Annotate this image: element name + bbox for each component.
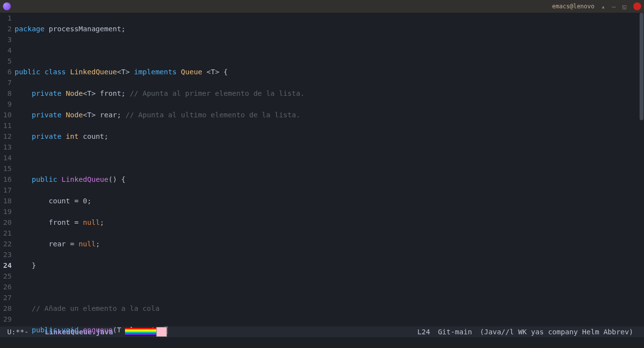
keyword: public	[32, 175, 57, 183]
overflow-icon[interactable]: ▴	[602, 3, 605, 10]
code-text: }	[15, 261, 36, 269]
editor[interactable]: 1234567891011121314151617181920212223242…	[0, 13, 644, 326]
keyword: class	[44, 68, 66, 76]
line-number: 19	[0, 206, 12, 217]
type: Node	[66, 111, 83, 119]
close-button[interactable]	[633, 2, 641, 10]
line-number: 29	[0, 314, 12, 325]
code-text: <T>	[117, 68, 130, 76]
type: int	[66, 132, 79, 140]
line-number: 25	[0, 271, 12, 282]
function-name: LinkedQueue	[62, 175, 108, 183]
keyword: implements	[134, 68, 176, 76]
interface-name: Queue	[181, 68, 203, 76]
line-number: 3	[0, 34, 12, 45]
class-name: LinkedQueue	[70, 68, 117, 76]
keyword: package	[15, 25, 44, 33]
nyan-cat-indicator	[125, 328, 164, 336]
line-number: 18	[0, 196, 12, 206]
line-number: 16	[0, 174, 12, 185]
code-text: ;	[96, 240, 100, 248]
constant: null	[83, 218, 100, 226]
scrollbar[interactable]	[638, 13, 644, 326]
line-number: 24	[0, 260, 12, 271]
code-text: ;	[100, 218, 104, 226]
maximize-button[interactable]: ◱	[623, 3, 626, 10]
titlebar: emacs@lenovo ▴ — ◱	[0, 0, 644, 13]
scroll-thumb[interactable]	[640, 13, 644, 120]
indent	[15, 89, 32, 97]
line-number: 8	[0, 88, 12, 99]
line-number: 5	[0, 56, 12, 66]
indent	[15, 175, 32, 183]
line-number: 1	[0, 13, 12, 23]
indent	[15, 326, 32, 334]
line-number: 21	[0, 228, 12, 239]
code-text: count;	[79, 132, 108, 140]
type: Node	[66, 89, 83, 97]
code-text: processManagement;	[44, 25, 125, 33]
keyword: private	[32, 132, 62, 140]
code-text: <T> {	[202, 68, 228, 76]
line-number-gutter: 1234567891011121314151617181920212223242…	[0, 13, 14, 326]
indent	[15, 132, 32, 140]
code-text: <T> front;	[83, 89, 130, 97]
line-number: 14	[0, 152, 12, 163]
window-title: emacs@lenovo	[552, 3, 595, 10]
code-text: () {	[108, 175, 125, 183]
line-number: 22	[0, 239, 12, 249]
keyword: private	[32, 89, 62, 97]
function-name: enqueue	[83, 326, 113, 334]
line-number: 4	[0, 45, 12, 56]
line-number: 13	[0, 142, 12, 152]
titlebar-left	[3, 2, 14, 10]
line-number: 27	[0, 292, 12, 303]
line-number: 9	[0, 99, 12, 109]
keyword: private	[32, 111, 62, 119]
constant: null	[79, 240, 96, 248]
indent	[15, 304, 32, 312]
line-number: 12	[0, 131, 12, 142]
line-number: 11	[0, 120, 12, 131]
line-number: 15	[0, 163, 12, 174]
line-number: 17	[0, 185, 12, 196]
minimize-button[interactable]: —	[612, 3, 616, 10]
code-text: <T> rear;	[83, 111, 125, 119]
line-number: 2	[0, 23, 12, 34]
keyword: public	[32, 326, 57, 334]
line-number: 20	[0, 217, 12, 228]
keyword: public	[15, 68, 40, 76]
line-number: 6	[0, 66, 12, 77]
code-text: front =	[15, 218, 83, 226]
comment: // Apunta al ultimo elemento de la lista…	[125, 111, 300, 119]
comment: // Añade un elemento a la cola	[32, 304, 160, 312]
code-area[interactable]: package processManagement; public class …	[14, 13, 644, 326]
titlebar-right: emacs@lenovo ▴ — ◱	[552, 2, 641, 10]
line-number: 10	[0, 109, 12, 120]
line-number: 28	[0, 303, 12, 314]
line-number: 23	[0, 249, 12, 260]
line-number: 26	[0, 282, 12, 292]
keyword: void	[62, 326, 79, 334]
comment: // Apunta al primer elemento de la lista…	[130, 89, 305, 97]
code-text: rear =	[15, 240, 79, 248]
emacs-icon	[3, 2, 11, 10]
code-text: count = 0;	[15, 197, 91, 205]
line-number: 7	[0, 77, 12, 88]
indent	[15, 111, 32, 119]
